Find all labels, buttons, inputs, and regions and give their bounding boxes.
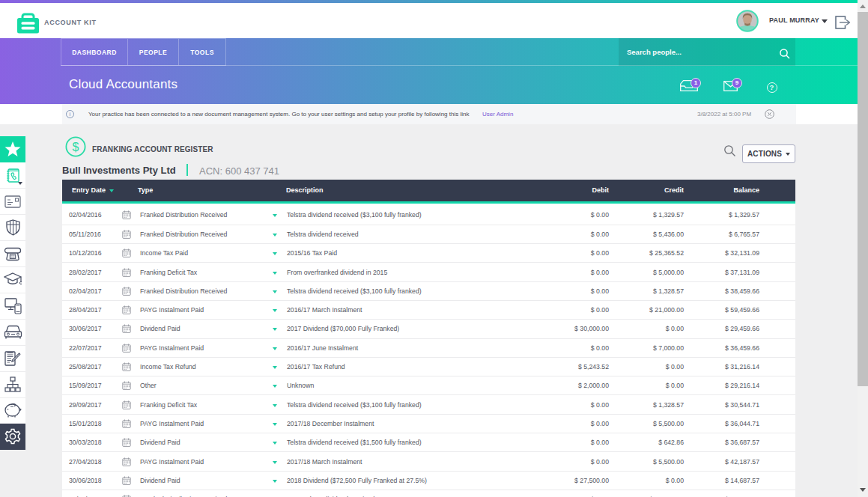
svg-text:$: $ (73, 141, 79, 153)
